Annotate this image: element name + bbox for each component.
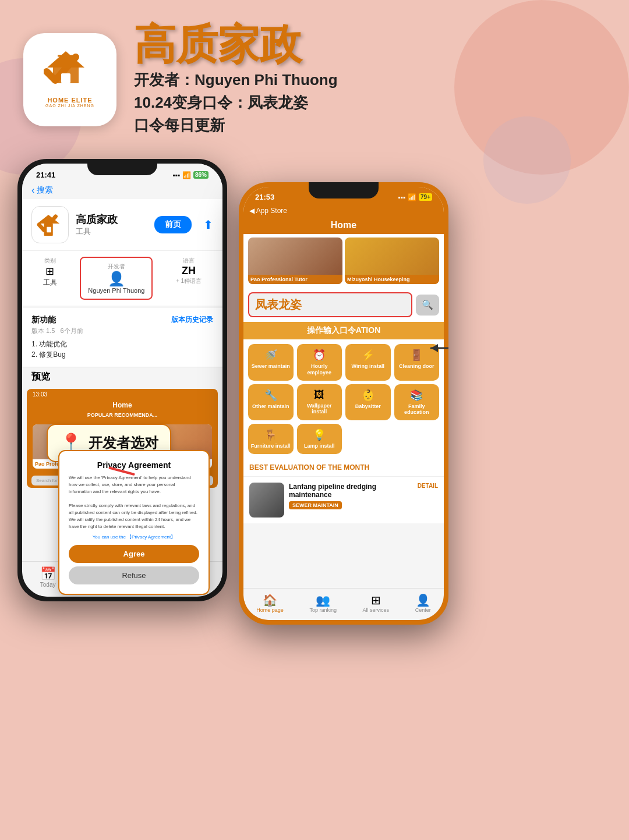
eval-detail[interactable]: DETAIL [418, 483, 438, 489]
version-link[interactable]: 版本历史记录 [171, 315, 213, 325]
back-text[interactable]: 搜索 [37, 185, 53, 196]
today-icon: 📅 [40, 566, 56, 582]
service-family-label: Family education [397, 403, 437, 416]
service-furniture-label: Furniture install [251, 443, 291, 449]
service-lamp-label: Lamp install [304, 443, 335, 449]
app-icon-wrapper: HOME ELITE GAO ZHI JIA ZHENG [23, 33, 116, 126]
preview-label: 预览 [22, 367, 222, 387]
dev-icon: 👤 [88, 271, 144, 287]
service-babysitter-label: Babysitter [355, 403, 381, 410]
service-other[interactable]: 🔧 Other maintain [248, 384, 294, 421]
rp-time: 21:53 [255, 193, 274, 201]
dev-name: Nguyen Phi Thuong [88, 287, 144, 294]
rp-tab-ranking[interactable]: 👥 Top ranking [309, 593, 337, 613]
svg-rect-0 [61, 73, 70, 83]
rp-wifi-icon: 📶 [408, 193, 416, 201]
phone-right-screen: 21:53 ▪▪▪ 📶 79+ ◀ App Store Home Pao Pro… [243, 187, 444, 620]
rp-tab-center[interactable]: 👤 Center [415, 593, 431, 613]
dev-label: 开发者 [88, 263, 144, 271]
version-date: 版本 1.5 6个月前 [31, 327, 213, 335]
rp-tab-services[interactable]: ⊞ All services [363, 593, 390, 613]
svg-marker-6 [431, 344, 438, 352]
preview-home: Home [27, 400, 218, 410]
rp-center-icon: 👤 [415, 593, 431, 607]
eval-title: Lanfang pipeline dredging maintenance [289, 483, 418, 499]
phones-container: 21:41 ▪▪▪ 📶 86% ‹ 搜索 [0, 147, 629, 636]
service-furniture[interactable]: 🪑 Furniture install [248, 424, 294, 454]
service-wiring[interactable]: ⚡ Wiring install [345, 344, 391, 381]
service-babysitter[interactable]: 👶 Babysitter [345, 384, 391, 421]
app-icon-inner: HOME ELITE GAO ZHI JIA ZHENG [44, 51, 96, 108]
banner-card-2-text: Mizuyoshi Housekeeping [345, 275, 439, 284]
new-features-section: 新功能 版本历史记录 版本 1.5 6个月前 1. 功能优化2. 修复Bug [22, 308, 222, 367]
family-icon: 📚 [410, 389, 423, 402]
meta-category: 类别 ⊞ 工具 [43, 257, 57, 300]
wallpaper-icon: 🖼 [314, 389, 324, 401]
get-button[interactable]: 前页 [154, 216, 192, 233]
service-grid: 🚿 Sewer maintain ⏰ Hourly employee ⚡ Wir… [243, 339, 444, 459]
developer-box: 开发者 👤 Nguyen Phi Thuong [80, 257, 153, 300]
password-bar: 操作输入口令ATION [243, 322, 444, 339]
appstore-link[interactable]: ◀ App Store [249, 207, 287, 215]
app-category: 工具 [76, 226, 147, 237]
app-name-big: 高质家政 [76, 212, 147, 226]
rp-tab-home[interactable]: 🏠 Home page [256, 593, 284, 613]
password-line: 10.24变身口令：凤表龙姿 [134, 93, 606, 113]
service-wallpaper[interactable]: 🖼 Wallpaper install [297, 384, 342, 421]
status-bar-left: 21:41 ▪▪▪ 📶 86% [22, 164, 222, 182]
sewer-icon: 🚿 [264, 349, 277, 361]
search-area: 凤表龙姿 🔍 [243, 288, 444, 322]
rp-signal-icon: ▪▪▪ [398, 193, 405, 201]
signal-icon: ▪▪▪ [172, 171, 180, 179]
eval-info: Lanfang pipeline dredging maintenance DE… [289, 483, 438, 509]
back-arrow-icon[interactable]: ‹ [31, 185, 34, 196]
wifi-icon: 📶 [182, 171, 191, 179]
service-wallpaper-label: Wallpaper install [299, 403, 340, 416]
service-hourly[interactable]: ⏰ Hourly employee [297, 344, 342, 381]
status-icons-left: ▪▪▪ 📶 86% [172, 171, 209, 179]
search-input-display[interactable]: 凤表龙姿 [248, 292, 412, 317]
phone-left: 21:41 ▪▪▪ 📶 86% ‹ 搜索 [17, 159, 227, 601]
update-line: 口令每日更新 [134, 115, 606, 136]
agree-button[interactable]: Agree [69, 545, 199, 563]
banner-card-1-text: Pao Professional Tutor [248, 275, 342, 284]
tab-today[interactable]: 📅 Today [40, 566, 56, 590]
battery-badge-left: 86% [193, 171, 209, 179]
svg-rect-4 [47, 227, 51, 233]
rp-battery: 79+ [419, 193, 432, 201]
best-eval-header: BEST EVALUATION OF THE MONTH [243, 459, 444, 477]
meta-category-label: 类别 [43, 257, 57, 265]
main-title: 高质家政 [134, 23, 606, 65]
other-icon: 🔧 [264, 389, 277, 402]
eval-badge: SEWER MAINTAIN [289, 501, 342, 509]
small-logo-svg [36, 214, 64, 236]
arrow-search [419, 336, 448, 362]
rp-tab-ranking-text: Top ranking [309, 607, 337, 613]
lang-value: ZH [176, 265, 202, 277]
service-other-label: Other maintain [252, 403, 289, 410]
meta-category-value: 工具 [43, 278, 57, 288]
developer-line: 开发者：Nguyen Phi Thuong [134, 70, 606, 90]
wiring-icon: ⚡ [362, 349, 374, 361]
rp-tab-bar: 🏠 Home page 👥 Top ranking ⊞ All services… [243, 588, 444, 620]
service-lamp[interactable]: 💡 Lamp install [297, 424, 342, 454]
lamp-icon: 💡 [313, 428, 326, 441]
babysitter-icon: 👶 [362, 389, 374, 402]
meta-row: 类别 ⊞ 工具 开发者 👤 Nguyen Phi Thuong 语言 ZH + … [22, 250, 222, 306]
new-features-header: 新功能 版本历史记录 [31, 315, 213, 325]
new-features-title: 新功能 [31, 315, 56, 325]
search-button[interactable]: 🔍 [416, 295, 439, 316]
rp-home-icon: 🏠 [256, 593, 284, 607]
banner-card-2: Mizuyoshi Housekeeping [345, 238, 439, 284]
rp-tab-home-text: Home page [256, 607, 284, 613]
app-info-row: 高质家政 工具 前页 ⬆ [22, 199, 222, 250]
service-sewer[interactable]: 🚿 Sewer maintain [248, 344, 294, 381]
rp-status-bar: 21:53 ▪▪▪ 📶 79+ [243, 187, 444, 204]
share-icon[interactable]: ⬆ [203, 218, 213, 232]
service-family[interactable]: 📚 Family education [394, 384, 440, 421]
tab-today-text: Today [40, 582, 56, 588]
refuse-button[interactable]: Refuse [69, 566, 199, 584]
furniture-icon: 🪑 [264, 428, 277, 441]
banner-row: Pao Professional Tutor Mizuyoshi Houseke… [243, 234, 444, 288]
phone-right: 21:53 ▪▪▪ 📶 79+ ◀ App Store Home Pao Pro… [239, 182, 448, 625]
